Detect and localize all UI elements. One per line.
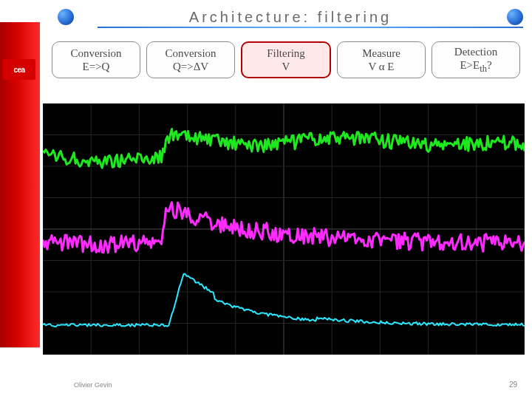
step-1: ConversionQ=>ΔV bbox=[146, 41, 235, 78]
footer-page: 29 bbox=[509, 381, 517, 389]
cea-logo: cea bbox=[3, 59, 35, 80]
page-title: Architecture: filtering bbox=[74, 9, 507, 26]
bullet-icon bbox=[507, 9, 523, 25]
oscilloscope bbox=[43, 103, 525, 355]
step-0: ConversionE=>Q bbox=[52, 41, 140, 78]
step-4: DetectionE>Eth? bbox=[432, 41, 520, 78]
step-3: MeasureV α E bbox=[337, 41, 426, 78]
sidebar: cea Irfu bbox=[0, 0, 40, 399]
bullet-icon bbox=[58, 9, 74, 25]
slide-header: Architecture: filtering bbox=[40, 0, 532, 34]
step-2: FilteringV bbox=[241, 41, 331, 78]
pipeline-steps: ConversionE=>QConversionQ=>ΔVFilteringVM… bbox=[52, 41, 520, 78]
footer-author: Olivier Gevin bbox=[74, 381, 112, 389]
